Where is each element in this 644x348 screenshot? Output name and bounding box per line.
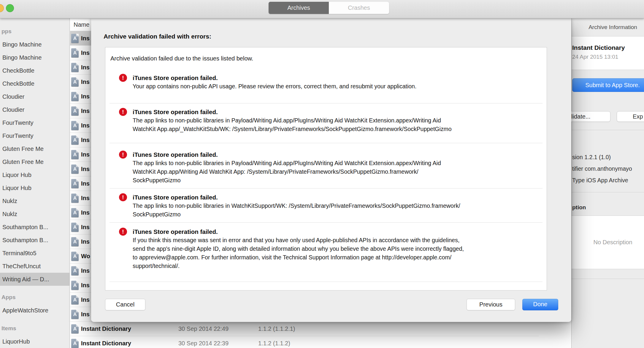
archive-doc-icon: A xyxy=(71,324,79,333)
description-box[interactable]: No Description xyxy=(572,215,644,269)
error-icon: ! xyxy=(119,151,127,159)
app-archive-glyph: A xyxy=(71,106,79,116)
app-archive-glyph: A xyxy=(71,194,79,203)
sidebar-item[interactable]: LiquorHub xyxy=(0,335,69,348)
archive-information-panel: Archive Information Instant Dictionary 2… xyxy=(571,18,644,348)
cancel-button[interactable]: Cancel xyxy=(105,299,145,310)
sidebar-item[interactable]: Liquor Hub xyxy=(0,168,69,181)
sidebar-item[interactable]: AppleWatchStore xyxy=(0,304,69,317)
error-text: iTunes Store operation failed.The app li… xyxy=(133,193,542,219)
tab-crashes[interactable]: Crashes xyxy=(329,2,389,14)
sidebar-item[interactable]: Nuklz xyxy=(0,194,69,207)
sidebar-item[interactable]: Bingo Machine xyxy=(0,38,69,51)
minimize-traffic-light[interactable] xyxy=(0,4,4,12)
organizer-sidebar: ppsBingo MachineBingo MachineCheckBottle… xyxy=(0,18,70,348)
archive-name: Ins xyxy=(81,118,90,133)
sidebar-item[interactable]: Southampton B... xyxy=(0,234,69,247)
archive-doc-icon: A xyxy=(71,310,79,319)
sidebar-item[interactable]: Terminal9to5 xyxy=(0,247,69,260)
sidebar-item[interactable]: Gluten Free Me xyxy=(0,155,69,168)
app-archive-glyph: A xyxy=(71,339,79,348)
archive-doc-icon: A xyxy=(71,295,79,304)
validation-error-item: !iTunes Store operation failed.The app l… xyxy=(119,108,542,133)
sidebar-item[interactable]: CheckBottle xyxy=(0,64,69,77)
error-icon: ! xyxy=(119,193,127,201)
sidebar-item[interactable]: TheChefUncut xyxy=(0,260,69,273)
sidebar-item[interactable]: Bingo Machine xyxy=(0,51,69,64)
archive-name: Ins xyxy=(81,307,90,321)
sidebar-item[interactable]: FourTwenty xyxy=(0,129,69,142)
zoom-traffic-light[interactable] xyxy=(6,4,14,12)
error-icon: ! xyxy=(119,108,127,116)
app-archive-glyph: A xyxy=(71,324,79,333)
error-detail: Your app contains non-public API usage. … xyxy=(133,82,542,91)
validation-error-item: !iTunes Store operation failed.Your app … xyxy=(119,74,542,91)
archive-name: Ins xyxy=(81,104,90,118)
done-button[interactable]: Done xyxy=(522,299,558,310)
tab-archives[interactable]: Archives xyxy=(269,2,329,14)
app-archive-glyph: A xyxy=(71,208,79,217)
archives-crashes-segmented-control: ArchivesCrashes xyxy=(269,2,389,14)
archive-doc-icon: A xyxy=(71,339,79,348)
archive-summary-band: Instant Dictionary 24 Apr 2015 13:01 xyxy=(572,36,644,70)
validation-error-item: !iTunes Store operation failed.The app l… xyxy=(119,193,542,219)
app-archive-glyph: A xyxy=(71,281,79,290)
archive-doc-icon: A xyxy=(71,237,79,246)
archive-doc-icon: A xyxy=(71,106,79,116)
dialog-title: Archive validation failed with errors: xyxy=(104,32,211,41)
dialog-intro-text: Archive validation failed due to the iss… xyxy=(110,55,253,62)
app-archive-glyph: A xyxy=(71,92,79,101)
inspector-divider xyxy=(572,192,644,192)
sidebar-item[interactable]: Cloudier xyxy=(0,103,69,116)
sidebar-item[interactable]: Writing Aid — D... xyxy=(0,273,69,286)
archive-name: Ins xyxy=(81,133,90,147)
archive-name: Ins xyxy=(81,264,90,278)
app-archive-glyph: A xyxy=(71,237,79,246)
archive-name: Ins xyxy=(81,147,90,162)
archive-name: Ins xyxy=(81,205,90,220)
archive-name: Instant Dictionary xyxy=(81,322,131,336)
archive-doc-icon: A xyxy=(71,165,79,174)
app-archive-glyph: A xyxy=(71,252,79,261)
inspector-divider xyxy=(572,130,644,130)
sidebar-item[interactable]: CheckBottle xyxy=(0,77,69,90)
table-row[interactable]: AInstant Dictionary30 Sep 2014 22:391.1.… xyxy=(70,336,539,348)
sidebar-section-header: Items xyxy=(0,322,69,335)
sidebar-item[interactable]: Gluten Free Me xyxy=(0,142,69,155)
name-column-header[interactable]: Name xyxy=(70,18,89,31)
sidebar-item[interactable]: FourTwenty xyxy=(0,116,69,129)
archive-doc-icon: A xyxy=(71,150,79,159)
app-archive-glyph: A xyxy=(71,150,79,159)
error-title: iTunes Store operation failed. xyxy=(133,227,542,236)
archive-detail-line: sion 1.2.1 (1.0) xyxy=(572,153,632,161)
app-archive-glyph: A xyxy=(71,266,79,275)
sidebar-item[interactable]: Nuklz xyxy=(0,207,69,221)
sidebar-section: AppsAppleWatchStore xyxy=(0,291,69,317)
archive-name: Ins xyxy=(81,162,90,176)
archive-doc-icon: A xyxy=(71,135,79,145)
export-button[interactable]: Exp xyxy=(617,111,644,122)
error-title: iTunes Store operation failed. xyxy=(133,193,542,202)
error-text: iTunes Store operation failed.The app li… xyxy=(133,150,542,185)
archive-detail-line: tifier com.anthonymayo xyxy=(572,165,632,173)
archive-version: 1.1.2 (1.1.2) xyxy=(258,336,290,348)
sidebar-item[interactable]: Southampton B... xyxy=(0,221,69,234)
validation-error-item: !iTunes Store operation failed.If you th… xyxy=(119,227,542,270)
error-detail: If you think this message was sent in er… xyxy=(133,236,542,270)
error-title: iTunes Store operation failed. xyxy=(133,108,542,116)
archive-name: Ins xyxy=(81,31,90,45)
archive-doc-icon: A xyxy=(71,34,79,43)
table-row[interactable]: AInstant Dictionary30 Sep 2014 22:491.1.… xyxy=(70,322,539,336)
submit-to-app-store-button[interactable]: Submit to App Store. xyxy=(572,78,644,92)
app-archive-glyph: A xyxy=(71,48,79,58)
sidebar-item[interactable]: Liquor Hub xyxy=(0,181,69,194)
error-title: iTunes Store operation failed. xyxy=(133,74,542,82)
archive-name: Ins xyxy=(81,234,90,249)
archive-date: 24 Apr 2015 13:01 xyxy=(572,54,618,60)
archive-doc-icon: A xyxy=(71,194,79,203)
previous-button[interactable]: Previous xyxy=(467,299,515,310)
error-detail: The app links to non-public libraries in… xyxy=(133,116,542,133)
sidebar-section-header: Apps xyxy=(0,291,69,304)
app-archive-glyph: A xyxy=(71,310,79,319)
sidebar-item[interactable]: Cloudier xyxy=(0,90,69,103)
